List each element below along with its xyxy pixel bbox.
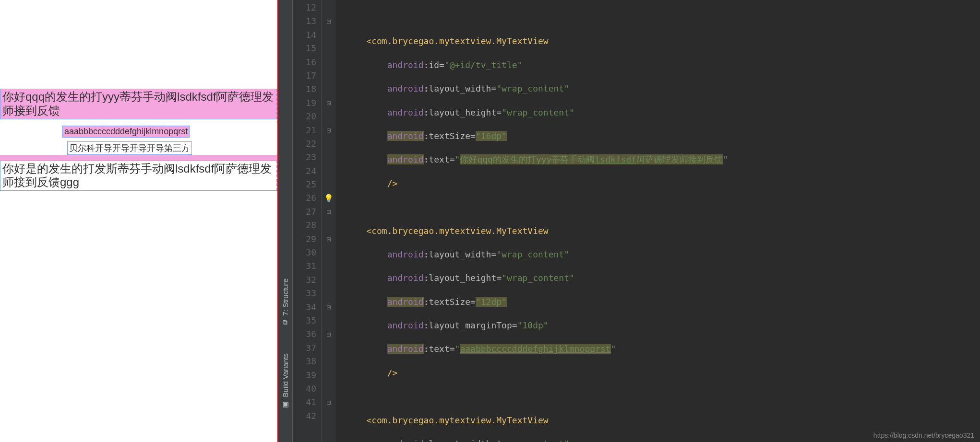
code-line[interactable]: android:id="@+id/tv_title" [346,58,980,72]
code-line[interactable] [346,390,980,403]
code-line[interactable] [346,11,980,24]
fold-start-icon[interactable]: ⊟ [322,327,336,341]
line-number[interactable]: 33 [293,287,321,300]
line-number[interactable]: 14 [293,28,321,42]
fold-mark [322,1,336,14]
line-number[interactable]: 24 [293,164,321,178]
code-line[interactable]: android:textSize="12dp" [346,295,980,309]
preview-textview-1[interactable]: 你好qqq的发生的打yyy蒂芬手动阀lsdkfsdf阿萨德理发师接到反馈 [0,89,277,119]
line-number[interactable]: 32 [293,273,321,287]
line-number[interactable]: 21 [293,124,321,137]
line-number[interactable]: 34 [293,301,321,314]
code-line[interactable]: android:layout_height="wrap_content" [346,106,980,119]
line-number[interactable]: 12 [293,1,321,14]
fold-end-icon[interactable]: ⊟ [322,96,336,110]
line-number-gutter[interactable]: 12 13 14 15 16 17 18 19 20 21 22 23 24 2… [293,0,322,442]
code-line[interactable]: <com.brycegao.mytextview.MyTextView [346,35,980,48]
line-number[interactable]: 16 [293,56,321,69]
structure-tab-label: 7: Structure [281,279,289,316]
line-number[interactable]: 31 [293,259,321,273]
line-number[interactable]: 40 [293,382,321,395]
line-number[interactable]: 18 [293,82,321,96]
line-number[interactable]: 29 [293,233,321,246]
line-number[interactable]: 30 [293,246,321,259]
fold-end-icon[interactable]: ⊟ [322,395,336,409]
build-variants-icon: ▣ [282,401,289,408]
fold-end-icon[interactable]: ⊟ [322,301,336,314]
build-variants-tool-tab[interactable]: ▣ Build Variants [281,339,289,423]
structure-icon: ⧉ [283,318,288,326]
line-number[interactable]: 25 [293,178,321,191]
intention-bulb-icon[interactable]: 💡 [322,191,336,205]
code-editor[interactable]: <com.brycegao.mytextview.MyTextView andr… [336,0,980,442]
watermark-text: https://blog.csdn.net/brycegao321 [873,431,974,439]
line-number[interactable]: 37 [293,341,321,355]
code-line[interactable]: /> [346,177,980,190]
preview-textview-4[interactable]: 你好是的发生的打发斯蒂芬手动阀lsdkfsdf阿萨德理发师接到反馈ggg [0,161,277,191]
code-line[interactable]: <com.brycegao.mytextview.MyTextView [346,224,980,238]
code-line[interactable]: android:layout_height="wrap_content" [346,271,980,285]
code-line[interactable] [346,200,980,214]
code-line[interactable]: /> [346,366,980,380]
code-line[interactable]: android:textSize="16dp" [346,129,980,143]
fold-start-icon[interactable]: ⊟ [322,14,336,28]
line-number[interactable]: 39 [293,369,321,382]
line-number[interactable]: 38 [293,355,321,368]
line-number[interactable]: 19 [293,96,321,110]
preview-margin-highlight [0,155,277,161]
line-number[interactable]: 35 [293,314,321,327]
structure-tool-tab[interactable]: ⧉ 7: Structure [281,264,289,339]
fold-end-icon[interactable]: ⊟ [322,205,336,219]
code-line[interactable]: android:layout_width="wrap_content" [346,248,980,261]
code-line[interactable]: android:text="你好qqq的发生的打yyy蒂芬手动阀lsdkfsdf… [346,153,980,166]
fold-column[interactable]: ⊟ ⊟ ⊟ 💡 ⊟ ⊟ ⊟ ⊟ ⊟ [322,0,336,442]
line-number[interactable]: 41 [293,395,321,409]
line-number[interactable]: 17 [293,69,321,82]
preview-textview-2[interactable]: aaabbbccccdddefghijklmnopqrst [62,126,190,138]
line-number[interactable]: 23 [293,151,321,164]
code-line[interactable]: android:layout_width="wrap_content" [346,82,980,95]
tool-window-tabs: ⧉ 7: Structure ▣ Build Variants [278,0,293,442]
line-number[interactable]: 13 [293,14,321,28]
layout-preview-pane[interactable]: 你好qqq的发生的打yyy蒂芬手动阀lsdkfsdf阿萨德理发师接到反馈 aaa… [0,0,278,442]
line-number[interactable]: 22 [293,137,321,151]
editor-pane: ⧉ 7: Structure ▣ Build Variants 12 13 14… [278,0,980,442]
preview-textview-3[interactable]: 贝尔科开导开导开导开导第三方 [67,141,192,155]
line-number[interactable]: 28 [293,219,321,232]
fold-start-icon[interactable]: ⊟ [322,233,336,246]
line-number[interactable]: 27 [293,205,321,219]
code-line[interactable]: android:text="aaabbbccccdddefghijklmnopq… [346,342,980,356]
line-number[interactable]: 20 [293,110,321,123]
code-line[interactable]: android:layout_marginTop="10dp" [346,319,980,332]
code-line[interactable]: <com.brycegao.mytextview.MyTextView [346,414,980,427]
line-number[interactable]: 15 [293,42,321,55]
line-number[interactable]: 26 [293,191,321,205]
line-number[interactable]: 42 [293,409,321,423]
fold-start-icon[interactable]: ⊟ [322,124,336,137]
line-number[interactable]: 36 [293,327,321,341]
build-variants-tab-label: Build Variants [281,353,289,397]
